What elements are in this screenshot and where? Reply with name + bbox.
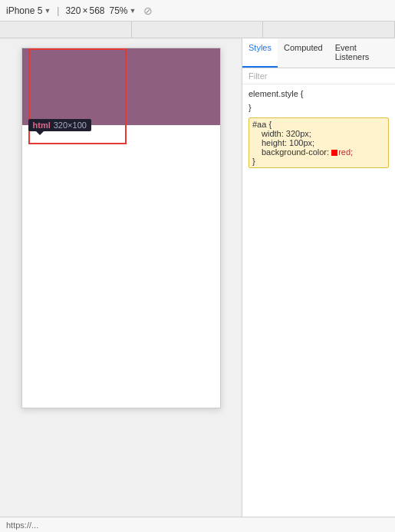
element-style-selector: element.style { xyxy=(249,88,389,101)
devtools-tabs: Styles Computed Event Listeners xyxy=(242,38,395,68)
styles-content: element.style { } #aa { width: 320px; he… xyxy=(242,84,395,532)
phone-frame: html 320×100 xyxy=(21,48,221,408)
purple-rectangle xyxy=(22,48,220,125)
prop-bgcolor-name: background-color: xyxy=(262,147,329,157)
status-url: https://... xyxy=(6,520,38,530)
rule-aa-bgcolor: background-color: red; xyxy=(252,147,385,157)
prop-bgcolor-value: red; xyxy=(338,147,353,157)
no-entry-icon: ⊘ xyxy=(143,5,153,17)
filter-bar: Filter xyxy=(242,68,395,84)
phone-content: html 320×100 xyxy=(22,48,220,125)
prop-height-name: height: xyxy=(262,138,287,147)
viewport-panel: html 320×100 xyxy=(0,38,242,532)
tab-styles[interactable]: Styles xyxy=(242,38,278,68)
devtools-panel: Styles Computed Event Listeners Filter e… xyxy=(242,38,395,532)
tab-event-listeners[interactable]: Event Listeners xyxy=(329,38,395,68)
prop-width-value: 320px; xyxy=(286,129,311,138)
zoom-value: 75% xyxy=(110,5,128,16)
tab-segment-2 xyxy=(132,21,264,38)
rule-aa-block: #aa { width: 320px; height: 100px; backg… xyxy=(249,117,389,168)
toolbar: iPhone 5 ▼ | 320 × 568 75% ▼ ⊘ xyxy=(0,0,395,21)
status-bar: https://... xyxy=(0,517,395,532)
tooltip-tag: html xyxy=(33,121,51,130)
color-swatch-red xyxy=(331,150,337,156)
element-style-close: } xyxy=(249,101,389,115)
main-area: html 320×100 Styles Computed Event Liste… xyxy=(0,38,395,532)
height-value: 568 xyxy=(89,5,104,16)
rule-aa-height: height: 100px; xyxy=(252,138,385,147)
width-value: 320 xyxy=(65,5,81,16)
zoom-chevron: ▼ xyxy=(130,7,137,15)
prop-width-name: width: xyxy=(262,129,284,138)
tooltip-dimensions: 320×100 xyxy=(54,121,87,130)
filter-label: Filter xyxy=(249,71,267,81)
element-tooltip: html 320×100 xyxy=(28,119,91,131)
times-symbol: × xyxy=(82,5,87,16)
dimensions-display: 320 × 568 xyxy=(65,5,104,16)
rule-aa-selector: #aa { xyxy=(252,120,385,129)
device-label: iPhone 5 xyxy=(6,5,42,16)
device-selector[interactable]: iPhone 5 ▼ xyxy=(6,5,51,16)
tab-computed[interactable]: Computed xyxy=(278,38,329,68)
tab-segment-3 xyxy=(263,21,395,38)
zoom-selector[interactable]: 75% ▼ xyxy=(110,5,137,16)
rule-aa-width: width: 320px; xyxy=(252,129,385,138)
rule-aa-close: } xyxy=(252,157,385,166)
device-chevron: ▼ xyxy=(44,7,51,15)
tab-segment-1 xyxy=(0,21,132,38)
prop-height-value: 100px; xyxy=(289,138,314,147)
element-style-block: element.style { } xyxy=(249,88,389,114)
separator-1: | xyxy=(57,5,59,16)
tab-bar xyxy=(0,21,395,38)
